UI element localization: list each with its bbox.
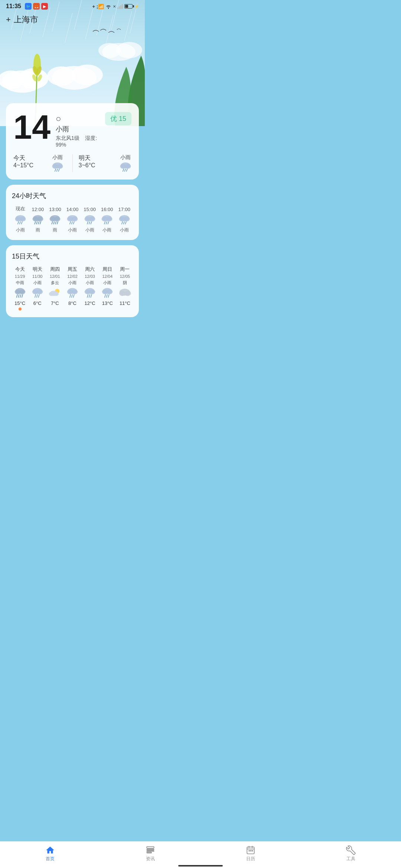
svg-line-64 [72, 222, 72, 224]
svg-line-88 [18, 295, 19, 297]
hour-time-3: 14:00 [66, 207, 79, 212]
svg-line-37 [123, 169, 124, 171]
svg-line-77 [108, 222, 109, 224]
browser-app-icon: 🦊 [33, 3, 40, 10]
day-icon-4 [83, 287, 97, 299]
aqi-label: 优 [110, 115, 117, 122]
day-icon-6 [118, 287, 131, 299]
day-icon-1 [31, 287, 44, 299]
hour-time-5: 16:00 [101, 207, 113, 212]
day-date-2: 12/01 [50, 274, 60, 279]
hour-item-5: 16:00 小雨 [98, 207, 116, 233]
day-date-4: 12/03 [85, 274, 95, 279]
svg-line-117 [107, 295, 107, 297]
svg-line-63 [70, 222, 71, 224]
hour-time-2: 13:00 [49, 207, 61, 212]
svg-line-51 [38, 222, 39, 224]
svg-point-62 [72, 217, 78, 221]
svg-point-103 [72, 290, 78, 295]
hour-icon-5 [101, 214, 113, 225]
degree-circle-icon: ○ [56, 114, 101, 124]
wind-humidity-text: 东北风1级 湿度: 99% [56, 135, 101, 148]
svg-line-81 [122, 222, 123, 224]
day-date-3: 12/02 [67, 274, 78, 279]
day-cond-6: 阴 [123, 280, 127, 286]
svg-line-96 [38, 295, 39, 297]
header: + 上海市 [0, 11, 145, 29]
svg-line-94 [35, 295, 36, 297]
day-temp-2: 7°C [51, 300, 59, 306]
svg-line-76 [106, 222, 107, 224]
day-cond-1: 小雨 [33, 280, 42, 286]
day-cond-3: 小雨 [68, 280, 76, 286]
svg-point-68 [89, 217, 95, 221]
svg-point-115 [107, 290, 113, 295]
hour-cond-2: 雨 [53, 227, 57, 233]
hour-icon-0 [14, 214, 26, 225]
hour-cond-3: 小雨 [68, 227, 77, 233]
hour-time-6: 17:00 [118, 207, 130, 212]
bottom-padding [6, 322, 139, 352]
svg-line-111 [89, 295, 90, 297]
day-icon-2 [48, 287, 62, 299]
svg-line-69 [87, 222, 88, 224]
svg-point-55 [55, 217, 61, 221]
svg-point-18 [72, 65, 103, 85]
svg-point-80 [124, 217, 130, 221]
hour-cond-0: 小雨 [16, 227, 25, 233]
status-bar: 11:35 🐦 🦊 ▶ + ;📶 ✕ ⚡ [0, 0, 145, 11]
illustration-spacer [0, 29, 145, 59]
svg-line-87 [16, 295, 17, 297]
hour-item-0: 现在 小雨 [12, 206, 29, 233]
wind-text: 东北风1级 [56, 135, 79, 141]
svg-point-74 [107, 217, 113, 221]
today-temp: 4~15°C [13, 162, 33, 169]
svg-point-121 [125, 291, 131, 296]
day-name-4: 周六 [85, 266, 95, 273]
day-name-0: 今天 [15, 266, 25, 273]
day-temp-1: 6°C [33, 300, 42, 306]
today-label: 今天 [13, 154, 33, 162]
hourly-row: 现在 小雨 12:00 [12, 206, 133, 233]
current-temperature: 14 [13, 111, 50, 144]
city-name: 上海市 [14, 14, 38, 25]
hour-cond-5: 小雨 [102, 227, 111, 233]
svg-point-99 [49, 292, 54, 296]
svg-line-31 [55, 169, 55, 171]
day-cond-2: 多云 [51, 280, 59, 286]
daily-title: 15日天气 [12, 252, 133, 261]
day-cond-0: 中雨 [16, 280, 24, 286]
day-name-2: 周四 [50, 266, 60, 273]
signal-icon [117, 4, 123, 9]
hour-item-1: 12:00 雨 [29, 207, 47, 233]
svg-line-65 [73, 222, 74, 224]
add-city-button[interactable]: + [6, 15, 11, 24]
svg-line-82 [123, 222, 124, 224]
hour-item-6: 17:00 小雨 [115, 207, 133, 233]
svg-point-93 [37, 290, 43, 295]
hour-cond-4: 小雨 [85, 227, 94, 233]
svg-line-71 [91, 222, 91, 224]
svg-point-30 [57, 164, 63, 169]
hour-icon-1 [32, 214, 44, 225]
day-date-1: 11/30 [32, 274, 43, 279]
no-signal-icon: ✕ [113, 4, 116, 9]
day-icon-5 [101, 287, 114, 299]
day-cond-5: 小雨 [103, 280, 111, 286]
tomorrow-condition: 小雨 [120, 154, 131, 161]
hour-time-0: 现在 [16, 206, 25, 212]
day-col-4: 周六 12/03 小雨 12°C [82, 266, 98, 310]
weather-condition: 小雨 [56, 125, 101, 134]
day-col-5: 周日 12/04 小雨 13°C [100, 266, 115, 310]
screen-app-icon: ▶ [41, 3, 48, 10]
svg-line-56 [52, 222, 53, 224]
svg-point-17 [47, 66, 75, 86]
svg-point-86 [19, 290, 25, 295]
day-name-1: 明天 [33, 266, 42, 273]
weather-details: ○ 小雨 东北风1级 湿度: 99% [56, 111, 101, 148]
svg-line-106 [73, 295, 74, 297]
tomorrow-temp: 3~6°C [79, 162, 95, 169]
svg-point-100 [53, 292, 59, 296]
svg-line-118 [108, 295, 109, 297]
hourly-forecast-card: 24小时天气 现在 小雨 12:00 [6, 185, 139, 240]
